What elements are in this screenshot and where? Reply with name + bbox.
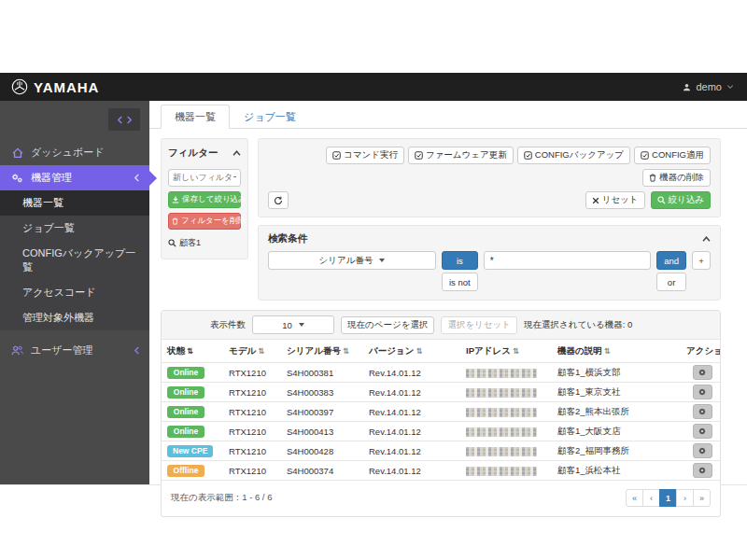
gears-icon	[11, 173, 23, 184]
refresh-icon	[274, 196, 283, 205]
operator-is-button[interactable]: is	[442, 251, 478, 270]
caret-down-icon	[379, 259, 385, 262]
table-row[interactable]: Online RTX1210 S4H000381 Rev.14.01.12 顧客…	[162, 363, 721, 383]
reset-button[interactable]: リセット	[585, 191, 645, 209]
new-filter-input[interactable]	[168, 169, 241, 187]
table-row[interactable]: Online RTX1210 S4H000397 Rev.14.01.12 顧客…	[162, 402, 721, 422]
sidebar-item-dashboard[interactable]: ダッシュボード	[0, 140, 149, 165]
sidebar-collapse-control[interactable]	[108, 108, 140, 131]
filter-apply-button[interactable]: 絞り込み	[651, 191, 711, 209]
sidebar-item-user-management[interactable]: ユーザー管理	[0, 338, 149, 363]
search-value-input[interactable]	[484, 251, 651, 270]
sidebar: ダッシュボード 機器管理 機器一覧 ジョブ一覧 CONFIGバックアップ一覧	[0, 101, 149, 484]
gear-icon	[698, 407, 707, 416]
sidebar-item-label: 機器管理	[31, 171, 72, 185]
sidebar-subitem-access-code[interactable]: アクセスコード	[0, 280, 149, 305]
cell-model: RTX1210	[223, 383, 281, 402]
device-table-panel: 表示件数 10 現在のページを選択 選択をリセット 現在選択されている機器: 0	[161, 310, 721, 517]
sort-icon[interactable]: ⇅	[187, 346, 193, 356]
firmware-update-button[interactable]: ファームウェア更新	[408, 147, 514, 164]
conjunction-or-button[interactable]: or	[656, 273, 686, 291]
username: demo	[696, 81, 722, 92]
device-actions-button[interactable]	[693, 385, 712, 399]
sidebar-subitem-job-list[interactable]: ジョブ一覧	[0, 216, 149, 241]
device-actions-button[interactable]	[693, 424, 712, 439]
gear-icon	[698, 446, 707, 455]
user-menu[interactable]: demo	[683, 81, 734, 92]
add-condition-button[interactable]: +	[692, 251, 711, 270]
page-button[interactable]: ‹	[642, 489, 660, 507]
x-icon	[592, 197, 599, 204]
operator-is-not-button[interactable]: is not	[442, 273, 478, 291]
sort-icon[interactable]: ⇅	[258, 346, 264, 356]
table-row[interactable]: Offline RTX1210 S4H000374 Rev.14.01.12 顧…	[162, 461, 721, 481]
sidebar-item-device-management[interactable]: 機器管理	[0, 165, 149, 190]
top-bar: YAMAHA demo	[0, 73, 747, 101]
brand-name: YAMAHA	[34, 79, 99, 95]
cell-description: 顧客2_熊本出張所	[552, 402, 681, 422]
sidebar-subitem-config-backup-list[interactable]: CONFIGバックアップ一覧	[0, 241, 149, 280]
cell-actions	[681, 441, 721, 461]
main-area: 機器一覧 ジョブ一覧 フィルター	[149, 101, 747, 484]
cell-actions	[681, 383, 721, 402]
cell-serial: S4H000413	[281, 422, 363, 441]
collapse-caret-icon[interactable]	[702, 236, 711, 242]
page-button[interactable]: ›	[676, 489, 694, 507]
cell-status: Online	[162, 383, 223, 402]
cell-status: Online	[162, 402, 223, 422]
page-button[interactable]: »	[693, 489, 711, 507]
cell-version: Rev.14.01.12	[363, 441, 460, 461]
delete-device-button[interactable]: 機器の削除	[642, 169, 711, 187]
page-button[interactable]: «	[626, 489, 643, 507]
app-window: YAMAHA demo ダッシュボード	[0, 73, 747, 485]
pagination: «‹1›»	[627, 489, 711, 507]
search-field-select[interactable]: シリアル番号	[268, 251, 436, 270]
cell-description: 顧客2_福岡事務所	[552, 441, 681, 461]
device-actions-button[interactable]	[693, 443, 712, 458]
conjunction-and-button[interactable]: and	[656, 251, 686, 270]
delete-filter-button[interactable]: フィルターを削除	[168, 213, 241, 230]
saved-filter-link[interactable]: 顧客1	[168, 237, 241, 249]
page-button[interactable]: 1	[659, 489, 677, 507]
redacted-ip	[466, 369, 537, 378]
sort-icon[interactable]: ⇅	[513, 346, 519, 356]
cell-ip	[460, 441, 552, 461]
check-square-icon	[415, 151, 423, 160]
filter-panel-title: フィルター	[168, 147, 218, 160]
search-panel-title: 検索条件	[268, 232, 307, 245]
reset-selection-button[interactable]: 選択をリセット	[441, 316, 517, 334]
cell-serial: S4H000428	[281, 441, 363, 461]
sort-icon[interactable]: ⇅	[343, 346, 349, 356]
tab-job-list[interactable]: ジョブ一覧	[230, 105, 310, 129]
table-row[interactable]: Online RTX1210 S4H000413 Rev.14.01.12 顧客…	[162, 422, 721, 441]
run-command-button[interactable]: コマンド実行	[326, 147, 404, 164]
device-actions-button[interactable]	[693, 365, 712, 380]
cell-version: Rev.14.01.12	[363, 363, 460, 383]
device-actions-button[interactable]	[693, 463, 712, 478]
table-row[interactable]: New CPE RTX1210 S4H000428 Rev.14.01.12 顧…	[162, 441, 721, 461]
table-row[interactable]: Online RTX1210 S4H000383 Rev.14.01.12 顧客…	[162, 383, 721, 402]
config-backup-button[interactable]: CONFIGバックアップ	[517, 147, 630, 164]
gear-icon	[698, 368, 707, 377]
page-size-select[interactable]: 10	[252, 315, 334, 334]
sort-icon[interactable]: ⇅	[416, 346, 422, 356]
sort-icon[interactable]: ⇅	[604, 346, 611, 356]
refresh-button[interactable]	[268, 191, 289, 209]
chevron-right-icon	[126, 116, 133, 124]
check-square-icon	[641, 151, 649, 160]
cell-model: RTX1210	[223, 363, 281, 383]
selected-devices-info: 現在選択されている機器: 0	[524, 319, 632, 331]
sidebar-subitem-device-list[interactable]: 機器一覧	[0, 190, 149, 216]
status-badge: Online	[167, 386, 204, 399]
col-version: バージョン	[369, 345, 414, 356]
device-actions-button[interactable]	[693, 404, 712, 419]
collapse-caret-icon[interactable]	[233, 150, 241, 156]
tab-device-list[interactable]: 機器一覧	[161, 105, 230, 129]
select-current-page-button[interactable]: 現在のページを選択	[341, 316, 434, 334]
cell-actions	[681, 402, 721, 422]
config-apply-button[interactable]: CONFIG適用	[634, 147, 711, 164]
sidebar-subitem-unmanaged-devices[interactable]: 管理対象外機器	[0, 305, 149, 330]
table-controls: 表示件数 10 現在のページを選択 選択をリセット 現在選択されている機器: 0	[162, 311, 720, 340]
search-conditions-panel: 検索条件 シリアル番号 is	[258, 225, 721, 301]
save-filter-button[interactable]: 保存して絞り込み	[168, 191, 241, 208]
